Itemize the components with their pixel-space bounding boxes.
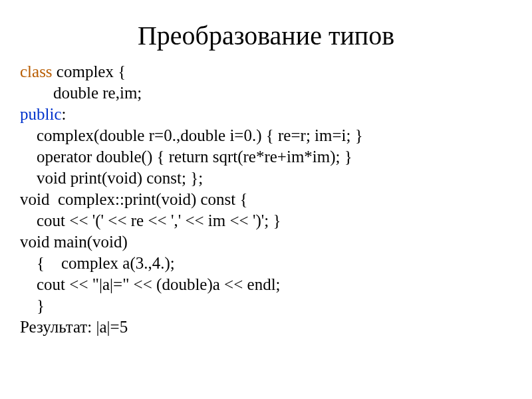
- code-line-3: :: [62, 105, 66, 123]
- document-slide: Преобразование типов class complex { dou…: [0, 0, 532, 351]
- code-line-13: Результат: |a|=5: [20, 318, 128, 336]
- code-line-7: void complex::print(void) const {: [20, 190, 248, 208]
- code-line-10: { complex a(3.,4.);: [20, 254, 175, 272]
- code-line-2: double re,im;: [20, 84, 142, 102]
- keyword-public: public: [20, 105, 62, 123]
- code-line-8: cout << '(' << re << ',' << im << ')'; }: [20, 211, 281, 229]
- code-line-1: complex {: [53, 63, 126, 80]
- slide-title: Преобразование типов: [20, 20, 512, 51]
- code-block: class complex { double re,im; public: co…: [20, 61, 512, 338]
- code-line-6: void print(void) const; };: [20, 169, 203, 187]
- code-line-4: complex(double r=0.,double i=0.) { re=r;…: [20, 126, 363, 144]
- code-line-12: }: [20, 297, 45, 315]
- code-line-11: cout << "|a|=" << (double)a << endl;: [20, 275, 281, 293]
- code-line-5: operator double() { return sqrt(re*re+im…: [20, 148, 352, 166]
- code-line-9: void main(void): [20, 233, 128, 251]
- keyword-class: class: [20, 63, 53, 80]
